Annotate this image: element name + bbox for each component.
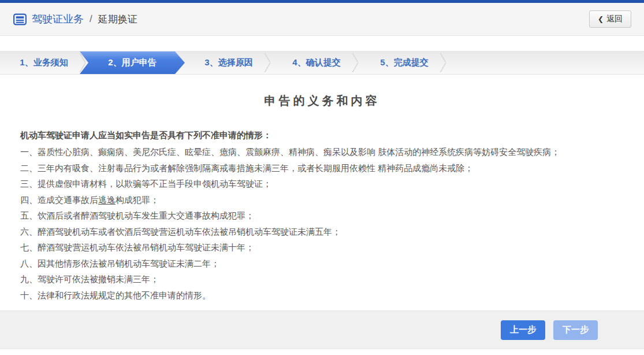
wizard-step-label: 4、确认提交 bbox=[292, 57, 340, 68]
wizard-step-label: 5、完成提交 bbox=[380, 57, 428, 68]
clause-item: 十、法律和行政法规规定的其他不准申请的情形。 bbox=[20, 287, 624, 304]
wizard-step: 4、确认提交 bbox=[273, 51, 360, 74]
next-step-button[interactable]: 下一步 bbox=[553, 320, 598, 340]
clause-text: 四、造成交通事故后逃逸构成犯罪； bbox=[20, 195, 159, 205]
clause-text: 五、饮酒后或者醉酒驾驶机动车发生重大交通事故构成犯罪； bbox=[20, 210, 254, 220]
breadcrumb: 驾驶证业务 / 延期换证 bbox=[13, 12, 137, 27]
wizard-step: 1、业务须知 bbox=[0, 51, 88, 74]
clause-item: 五、饮酒后或者醉酒驾驶机动车发生重大交通事故构成犯罪； bbox=[20, 208, 624, 224]
clause-item: 九、驾驶许可依法被撤销未满三年； bbox=[20, 271, 624, 287]
clause-list: 一、器质性心脏病、癫痫病、美尼尔氏症、眩晕症、癔病、震颤麻痹、精神病、痴呆以及影… bbox=[20, 144, 624, 303]
wizard-step: 5、完成提交 bbox=[360, 51, 448, 74]
wizard-step: 2、用户申告 bbox=[80, 51, 185, 74]
back-button[interactable]: ❮ 返回 bbox=[589, 10, 631, 28]
declaration-intro: 机动车驾驶证申请人应当如实申告是否具有下列不准申请的情形： bbox=[20, 127, 624, 143]
page-header: 驾驶证业务 / 延期换证 ❮ 返回 bbox=[0, 3, 644, 36]
breadcrumb-separator: / bbox=[90, 13, 92, 25]
clause-item: 八、因其他情形依法被吊销机动车驾驶证未满二年； bbox=[20, 256, 624, 272]
clause-text: 一、器质性心脏病、癫痫病、美尼尔氏症、眩晕症、癔病、震颤麻痹、精神病、痴呆以及影… bbox=[20, 147, 560, 157]
step-wizard: 1、业务须知 2、用户申告 3、选择原因 4、确认提交 5、完成提交 bbox=[0, 51, 644, 75]
clause-text: 二、三年内有吸食、注射毒品行为或者解除强制隔离戒毒措施未满三年，或者长期服用依赖… bbox=[20, 163, 473, 173]
clause-text: 十、法律和行政法规规定的其他不准申请的情形。 bbox=[20, 290, 211, 300]
clause-text: 七、醉酒驾驶营运机动车依法被吊销机动车驾驶证未满十年； bbox=[20, 242, 254, 252]
breadcrumb-primary: 驾驶证业务 bbox=[32, 12, 84, 26]
clause-text: 九、驾驶许可依法被撤销未满三年； bbox=[20, 274, 159, 284]
breadcrumb-secondary: 延期换证 bbox=[98, 13, 137, 26]
clause-item: 二、三年内有吸食、注射毒品行为或者解除强制隔离戒毒措施未满三年，或者长期服用依赖… bbox=[20, 160, 624, 176]
clause-item: 三、提供虚假申请材料，以欺骗等不正当手段申领机动车驾驶证； bbox=[20, 176, 624, 192]
clause-text: 三、提供虚假申请材料，以欺骗等不正当手段申领机动车驾驶证； bbox=[20, 179, 271, 188]
clause-item: 七、醉酒驾驶营运机动车依法被吊销机动车驾驶证未满十年； bbox=[20, 239, 624, 256]
page-title: 申告的义务和内容 bbox=[20, 93, 624, 109]
list-icon bbox=[13, 12, 27, 27]
back-button-label: 返回 bbox=[606, 14, 623, 24]
wizard-step-label: 3、选择原因 bbox=[204, 57, 252, 68]
clause-text: 八、因其他情形依法被吊销机动车驾驶证未满二年； bbox=[20, 258, 219, 268]
chevron-left-icon: ❮ bbox=[598, 15, 604, 23]
wizard-step: 3、选择原因 bbox=[185, 51, 273, 74]
main-content: 申告的义务和内容 机动车驾驶证申请人应当如实申告是否具有下列不准申请的情形： 一… bbox=[0, 75, 644, 323]
wizard-filler bbox=[448, 51, 644, 74]
clause-item: 一、器质性心脏病、癫痫病、美尼尔氏症、眩晕症、癔病、震颤麻痹、精神病、痴呆以及影… bbox=[20, 144, 624, 160]
previous-step-button[interactable]: 上一步 bbox=[501, 320, 545, 340]
clause-item: 六、醉酒驾驶机动车或者饮酒后驾驶营运机动车依法被吊销机动车驾驶证未满五年； bbox=[20, 224, 624, 240]
wizard-step-label: 2、用户申告 bbox=[108, 57, 156, 68]
footer-bar: 上一步 下一步 bbox=[0, 310, 644, 349]
clause-item: 四、造成交通事故后逃逸构成犯罪； bbox=[20, 192, 624, 208]
wizard-step-label: 1、业务须知 bbox=[20, 57, 68, 68]
clause-text: 六、醉酒驾驶机动车或者饮酒后驾驶营运机动车依法被吊销机动车驾驶证未满五年； bbox=[20, 227, 341, 236]
